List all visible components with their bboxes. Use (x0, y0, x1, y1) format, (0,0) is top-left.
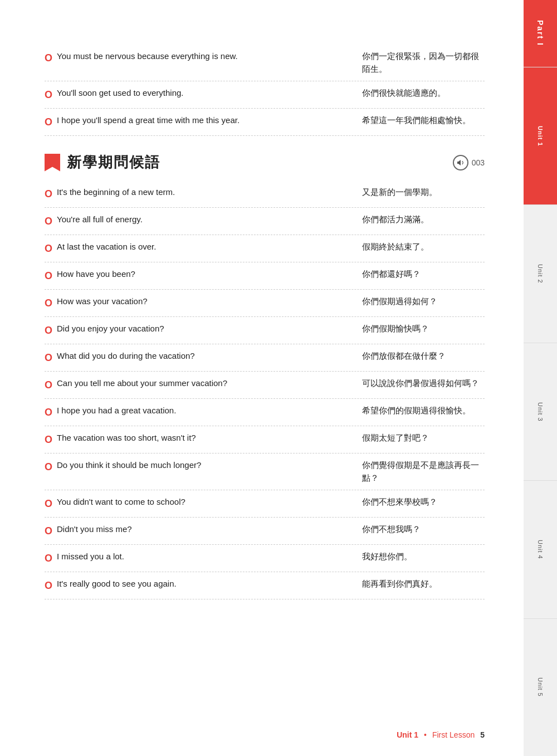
phrase-row-9: OThe vacation was too short, wasn't it?假… (45, 426, 485, 453)
tab-unit2-label: Unit 2 (537, 264, 544, 284)
phrase-bullet-8: O (45, 405, 52, 420)
top-phrase-zh-0: 你們一定很緊張，因為一切都很陌生。 (362, 50, 485, 75)
phrase-zh-9: 假期太短了對吧？ (362, 432, 485, 445)
phrase-bullet-13: O (45, 551, 52, 566)
phrase-bullet-5: O (45, 323, 52, 338)
top-phrase-zh-1: 你們很快就能適應的。 (362, 87, 485, 100)
phrase-en-text-14: It's really good to see you again. (57, 578, 177, 591)
bullet-2: O (45, 115, 52, 130)
bullet-1: O (45, 87, 52, 103)
phrase-row-8: OI hope you had a great vacation.希望你們的假期… (45, 399, 485, 426)
phrase-row-2: OAt last the vacation is over.假期終於結束了。 (45, 235, 485, 262)
phrase-bullet-9: O (45, 432, 52, 447)
phrase-en-7: OCan you tell me about your summer vacat… (45, 377, 351, 393)
footer-unit: Unit 1 (397, 730, 418, 739)
tab-unit5[interactable]: Unit 5 (524, 618, 557, 756)
phrase-en-6: OWhat did you do during the vacation? (45, 350, 351, 365)
phrase-en-text-9: The vacation was too short, wasn't it? (57, 432, 196, 445)
phrase-row-6: OWhat did you do during the vacation?你們放… (45, 344, 485, 372)
tab-unit2[interactable]: Unit 2 (524, 204, 557, 342)
phrase-row-10: ODo you think it should be much longer?你… (45, 453, 485, 490)
top-phrase-en-1: O You'll soon get used to everything. (45, 87, 351, 103)
phrase-en-text-6: What did you do during the vacation? (57, 350, 195, 363)
top-phrase-row-1: O You'll soon get used to everything. 你們… (45, 81, 485, 109)
phrase-bullet-12: O (45, 524, 52, 539)
phrase-en-text-10: Do you think it should be much longer? (57, 459, 201, 472)
phrase-zh-3: 你們都還好嗎？ (362, 268, 485, 281)
phrase-en-text-7: Can you tell me about your summer vacati… (57, 377, 227, 390)
phrase-row-11: OYou didn't want to come to school?你們不想來… (45, 490, 485, 518)
section-title-wrap: 新學期問候語 (45, 153, 160, 172)
phrase-row-13: OI missed you a lot.我好想你們。 (45, 545, 485, 572)
bullet-0: O (45, 51, 52, 66)
phrase-row-0: OIt's the beginning of a new term.又是新的一個… (45, 181, 485, 208)
phrase-en-text-5: Did you enjoy your vacation? (57, 323, 164, 335)
phrase-en-13: OI missed you a lot. (45, 550, 351, 566)
phrase-en-text-12: Didn't you miss me? (57, 523, 132, 536)
top-phrases-section: O You must be nervous because everything… (45, 45, 485, 136)
phrase-bullet-11: O (45, 496, 52, 511)
phrase-en-10: ODo you think it should be much longer? (45, 459, 351, 475)
phrase-en-text-0: It's the beginning of a new term. (57, 186, 175, 199)
footer-page: 5 (480, 730, 485, 739)
top-phrase-row-2: O I hope you'll spend a great time with … (45, 109, 485, 136)
phrase-en-text-1: You're all full of energy. (57, 213, 143, 226)
tab-unit1-label: Unit 1 (537, 126, 544, 147)
bookmark-icon (45, 154, 60, 172)
phrase-bullet-14: O (45, 578, 52, 593)
tab-unit4[interactable]: Unit 4 (524, 480, 557, 618)
tab-part1[interactable]: Part I (524, 0, 557, 67)
phrase-en-text-11: You didn't want to come to school? (57, 496, 185, 509)
phrase-en-4: OHow was your vacation? (45, 295, 351, 311)
tab-unit5-label: Unit 5 (537, 677, 544, 697)
phrase-bullet-6: O (45, 350, 52, 365)
top-phrase-row-0: O You must be nervous because everything… (45, 45, 485, 81)
phrase-zh-0: 又是新的一個學期。 (362, 186, 485, 199)
phrase-en-text-4: How was your vacation? (57, 295, 148, 308)
side-tabs: Part I Unit 1 Unit 2 Unit 3 Unit 4 Unit … (524, 0, 557, 756)
phrase-zh-8: 希望你們的假期過得很愉快。 (362, 404, 485, 417)
audio-icon (453, 155, 468, 170)
audio-badge[interactable]: 003 (453, 155, 485, 170)
phrase-bullet-10: O (45, 460, 52, 475)
top-phrase-zh-2: 希望這一年我們能相處愉快。 (362, 114, 485, 127)
footer-separator: • (424, 730, 427, 739)
phrase-en-8: OI hope you had a great vacation. (45, 404, 351, 420)
top-phrase-en-0: O You must be nervous because everything… (45, 50, 351, 66)
phrase-en-5: ODid you enjoy your vacation? (45, 323, 351, 338)
phrase-en-text-3: How have you been? (57, 268, 135, 281)
phrase-zh-1: 你們都活力滿滿。 (362, 213, 485, 226)
phrase-zh-7: 可以說說你們暑假過得如何嗎？ (362, 377, 485, 390)
phrase-row-14: OIt's really good to see you again.能再看到你… (45, 572, 485, 599)
phrase-row-7: OCan you tell me about your summer vacat… (45, 372, 485, 399)
phrase-row-12: ODidn't you miss me?你們不想我嗎？ (45, 518, 485, 545)
phrases-list: OIt's the beginning of a new term.又是新的一個… (45, 181, 485, 599)
phrase-row-5: ODid you enjoy your vacation?你們假期愉快嗎？ (45, 317, 485, 344)
phrase-en-14: OIt's really good to see you again. (45, 578, 351, 593)
phrase-en-3: OHow have you been? (45, 268, 351, 284)
phrase-bullet-2: O (45, 241, 52, 256)
phrase-en-text-2: At last the vacation is over. (57, 241, 156, 253)
phrase-zh-2: 假期終於結束了。 (362, 241, 485, 253)
phrase-bullet-4: O (45, 296, 52, 311)
tab-unit1[interactable]: Unit 1 (524, 67, 557, 204)
top-phrase-en-2: O I hope you'll spend a great time with … (45, 114, 351, 130)
section-title: 新學期問候語 (67, 153, 160, 172)
phrase-bullet-0: O (45, 187, 52, 202)
audio-number: 003 (472, 158, 485, 167)
footer-lesson: First Lesson (432, 730, 475, 739)
phrase-zh-4: 你們假期過得如何？ (362, 295, 485, 308)
phrase-en-2: OAt last the vacation is over. (45, 241, 351, 256)
phrase-zh-13: 我好想你們。 (362, 550, 485, 563)
tab-unit3-label: Unit 3 (537, 402, 544, 422)
phrase-zh-10: 你們覺得假期是不是應該再長一點？ (362, 459, 485, 484)
phrase-en-12: ODidn't you miss me? (45, 523, 351, 539)
tab-part1-label: Part I (536, 20, 545, 46)
phrase-en-0: OIt's the beginning of a new term. (45, 186, 351, 202)
phrase-row-4: OHow was your vacation?你們假期過得如何？ (45, 290, 485, 317)
phrase-zh-12: 你們不想我嗎？ (362, 523, 485, 536)
phrase-en-1: OYou're all full of energy. (45, 213, 351, 229)
phrase-bullet-3: O (45, 269, 52, 284)
tab-unit3[interactable]: Unit 3 (524, 343, 557, 480)
phrase-en-11: OYou didn't want to come to school? (45, 496, 351, 511)
